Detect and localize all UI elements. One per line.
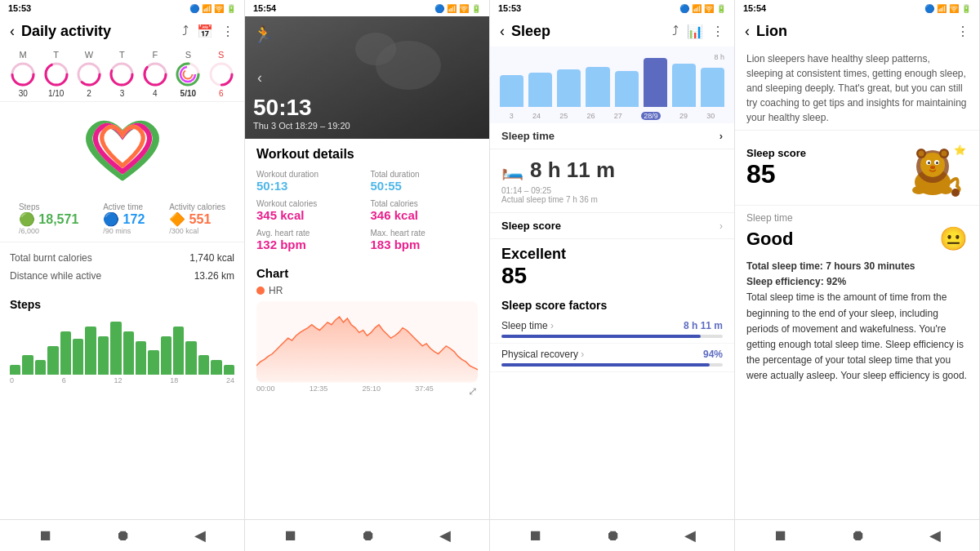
chart-x-axis: 00:00 12:35 25:10 37:45 ⤢ [256, 383, 478, 398]
sleep-bar-item[interactable] [701, 68, 724, 107]
next-workout[interactable]: › [488, 69, 489, 87]
sleep-bar [528, 73, 552, 107]
stop-button-2[interactable]: ⏹ [283, 527, 298, 544]
detail-avg-hr: Avg. heart rate 132 bpm [256, 229, 364, 251]
steps-bar [85, 327, 96, 375]
sleep-bar-item[interactable] [557, 69, 581, 107]
status-time-3: 15:53 [498, 3, 521, 13]
svg-point-33 [939, 186, 952, 194]
page-title-4: Lion [756, 23, 950, 40]
sleep-bar-chart: 8 h [500, 53, 724, 110]
steps-bar [10, 365, 20, 375]
sleep-time-label-4: Sleep time [746, 212, 968, 224]
sleep-x-labels: 3 24 25 26 27 28/9 29 30 [500, 110, 724, 120]
stop-button-4[interactable]: ⏹ [773, 527, 788, 544]
sleep-bar-item[interactable] [500, 75, 523, 107]
sleep-bar-item[interactable] [586, 67, 609, 107]
detail-total-duration: Total duration 50:55 [371, 170, 479, 193]
back-button-1[interactable]: ‹ [10, 23, 15, 40]
calendar-icon[interactable]: 📅 [197, 24, 213, 39]
day-tue[interactable]: T 1/10 [43, 50, 69, 98]
svg-point-30 [942, 151, 947, 157]
sleep-bar [644, 58, 667, 107]
lion-description: Lion sleepers have healthy sleep pattern… [735, 47, 979, 130]
prev-workout[interactable]: ‹ [257, 69, 262, 87]
lion-score-label: Sleep score [746, 147, 806, 159]
sleep-bar-item[interactable] [528, 73, 552, 107]
more-icon-3[interactable]: ⋮ [711, 24, 724, 39]
back-nav-4[interactable]: ◀ [929, 527, 941, 544]
bar-chart-icon-3[interactable]: 📊 [687, 24, 703, 39]
distance-row: Distance while active 13.26 km [10, 267, 234, 285]
back-button-4[interactable]: ‹ [745, 23, 750, 40]
status-icons-1: 🔵 📶 🛜 🔋 [189, 4, 236, 13]
svg-point-25 [936, 162, 938, 164]
day-monday[interactable]: M 30 [10, 50, 36, 98]
home-button-3[interactable]: ⏺ [606, 527, 621, 544]
steps-bar [136, 341, 146, 375]
battery-icon: 🔋 [226, 4, 236, 13]
workout-datetime: Thu 3 Oct 18:29 – 19:20 [253, 121, 350, 131]
back-nav-2[interactable]: ◀ [439, 527, 451, 544]
home-button-1[interactable]: ⏺ [116, 527, 131, 544]
day-fri[interactable]: F 4 [142, 50, 168, 98]
status-icons-2: 🔵 📶 🛜 🔋 [434, 4, 481, 13]
svg-point-31 [951, 189, 960, 197]
stats-row: Steps 🟢 18,571 /6,000 Active time 🔵 172 … [0, 199, 244, 242]
bluetooth-icon-4: 🔵 [924, 4, 934, 13]
status-icons-3: 🔵 📶 🛜 🔋 [679, 4, 726, 13]
status-bar-3: 15:53 🔵 📶 🛜 🔋 [490, 0, 734, 16]
signal-icon-3: 📶 [692, 4, 702, 13]
back-nav-3[interactable]: ◀ [684, 527, 696, 544]
day-sat[interactable]: S 5/10 [175, 50, 201, 98]
share-icon[interactable]: ⤴ [182, 24, 189, 39]
svg-point-29 [919, 151, 924, 157]
stop-button-1[interactable]: ⏹ [38, 527, 53, 544]
back-button-3[interactable]: ‹ [500, 23, 505, 40]
sleep-emoji: 😐 [939, 225, 968, 252]
back-nav-1[interactable]: ◀ [194, 527, 206, 544]
day-wed[interactable]: W 2 [76, 50, 102, 98]
stat-active-time: Active time 🔵 172 /90 mins [103, 202, 145, 235]
status-time-1: 15:53 [8, 3, 31, 13]
more-icon[interactable]: ⋮ [221, 24, 234, 39]
weekday-row: M 30 T 1/10 W [0, 47, 244, 102]
steps-bar [185, 341, 196, 375]
lion-score-number: 85 [746, 159, 806, 189]
chart-x-labels: 0 6 12 18 24 [10, 375, 234, 384]
stop-button-3[interactable]: ⏹ [528, 527, 543, 544]
panel-sleep: 15:53 🔵 📶 🛜 🔋 ‹ Sleep ⤴ 📊 ⋮ 8 h 3 24 25 … [490, 0, 735, 551]
hr-chart-svg [256, 301, 478, 383]
lion-sleep-time-section: Sleep time Good 😐 [735, 206, 979, 256]
workout-overlay: 50:13 Thu 3 Oct 18:29 – 19:20 [253, 95, 350, 131]
steps-bar [110, 322, 121, 375]
bottom-nav-2: ⏹ ⏺ ◀ [245, 519, 489, 551]
workout-image: 🏃 ‹ › 50:13 Thu 3 Oct 18:29 – 19:20 [245, 16, 489, 139]
sleep-bar [586, 67, 609, 107]
status-bar-4: 15:54 🔵 📶 🛜 🔋 [735, 0, 979, 16]
total-calories-row: Total burnt calories 1,740 kcal [10, 249, 234, 267]
share-icon-3[interactable]: ⤴ [672, 24, 679, 39]
sleep-8h-label: 8 h [714, 53, 724, 61]
sleep-bar-item[interactable] [644, 58, 667, 107]
home-button-2[interactable]: ⏺ [361, 527, 376, 544]
header-actions-4: ⋮ [956, 24, 969, 39]
svg-point-26 [930, 166, 935, 169]
total-sleep-bold: Total sleep time: 7 hours 30 minutes [746, 260, 915, 272]
day-ring-thu [109, 61, 135, 87]
sleep-time-button[interactable]: Sleep time › [490, 123, 734, 149]
home-button-4[interactable]: ⏺ [851, 527, 866, 544]
detail-workout-calories: Workout calories 345 kcal [256, 199, 364, 222]
sleep-bar-item[interactable] [672, 64, 696, 107]
workout-duration-display: 50:13 [253, 95, 350, 121]
sleep-score-section[interactable]: Sleep score › [490, 213, 734, 239]
sleep-bar-item[interactable] [615, 71, 639, 107]
day-sun[interactable]: S 6 [208, 50, 234, 98]
chart-title: Chart [256, 266, 478, 280]
svg-point-32 [912, 186, 925, 194]
sleep-factor-physical: Physical recovery 94% [490, 344, 734, 372]
day-ring-tue [43, 61, 69, 87]
steps-bar [60, 331, 71, 375]
day-thu[interactable]: T 3 [109, 50, 135, 98]
more-icon-4[interactable]: ⋮ [956, 24, 969, 39]
